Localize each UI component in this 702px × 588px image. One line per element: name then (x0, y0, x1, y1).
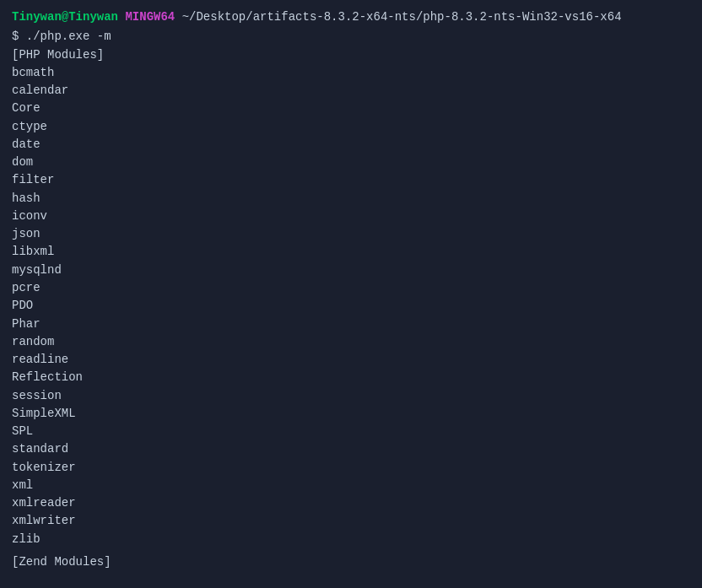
list-item: readline (12, 351, 690, 369)
list-item: ctype (12, 118, 690, 136)
list-item: Phar (12, 316, 690, 333)
list-item: xmlreader (12, 494, 690, 512)
list-item: libxml (12, 243, 690, 261)
list-item: date (12, 136, 690, 154)
zend-modules-header: [Zend Modules] (12, 553, 690, 571)
list-item: xml (12, 477, 690, 494)
list-item: SimpleXML (12, 405, 690, 423)
list-item: iconv (12, 208, 690, 225)
list-item: filter (12, 171, 690, 189)
list-item: hash (12, 190, 690, 208)
space1 (118, 8, 125, 26)
list-item: json (12, 225, 690, 243)
space2 (175, 8, 181, 26)
php-modules-header: [PHP Modules] (12, 46, 690, 64)
list-item: session (12, 387, 690, 405)
list-item: xmlwriter (12, 512, 690, 530)
list-item: SPL (12, 423, 690, 440)
list-item: pcre (12, 279, 690, 297)
module-list: bcmathcalendarCorectypedatedomfilterhash… (12, 64, 690, 548)
list-item: calendar (12, 82, 690, 100)
list-item: PDO (12, 297, 690, 315)
list-item: dom (12, 154, 690, 171)
shell-label: MINGW64 (125, 8, 175, 26)
list-item: standard (12, 440, 690, 458)
terminal-window: Tinywan@Tinywan MINGW64 ~/Desktop/artifa… (12, 8, 690, 571)
command-line: $ ./php.exe -m (12, 28, 690, 46)
list-item: Core (12, 100, 690, 117)
list-item: tokenizer (12, 459, 690, 477)
list-item: random (12, 333, 690, 351)
list-item: zlib (12, 531, 690, 548)
user-host: Tinywan@Tinywan (12, 8, 118, 26)
list-item: Reflection (12, 369, 690, 386)
prompt-line: Tinywan@Tinywan MINGW64 ~/Desktop/artifa… (12, 8, 690, 26)
list-item: bcmath (12, 64, 690, 82)
list-item: mysqlnd (12, 262, 690, 279)
path-label: ~/Desktop/artifacts-8.3.2-x64-nts/php-8.… (182, 8, 622, 26)
